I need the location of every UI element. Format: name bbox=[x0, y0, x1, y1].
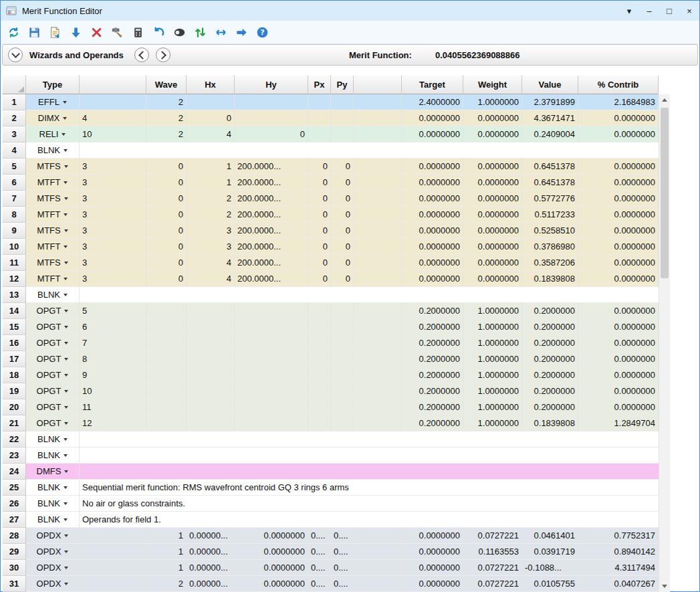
cell[interactable]: 3 bbox=[80, 239, 146, 255]
maximize-button[interactable]: □ bbox=[659, 1, 679, 21]
cell[interactable]: 0.0727221 bbox=[463, 576, 522, 592]
cell[interactable]: 0 bbox=[187, 110, 235, 126]
column-header-blank-1[interactable] bbox=[80, 76, 146, 94]
scroll-down-button[interactable] bbox=[659, 581, 670, 592]
cell[interactable] bbox=[146, 319, 187, 335]
row-number[interactable]: 10 bbox=[3, 239, 26, 255]
cell[interactable]: 0.2000000 bbox=[402, 335, 463, 351]
cell[interactable] bbox=[354, 383, 402, 399]
cell[interactable]: 2.4000000 bbox=[402, 94, 463, 110]
operand-type-dropdown[interactable]: BLNK bbox=[26, 287, 80, 303]
cell[interactable]: 0.2000000 bbox=[402, 303, 463, 319]
cell[interactable]: 0 bbox=[146, 207, 187, 223]
cell[interactable]: 12 bbox=[80, 415, 146, 431]
cell[interactable]: 2 bbox=[146, 126, 187, 142]
cell[interactable]: 0.3587206 bbox=[522, 255, 578, 271]
cell[interactable]: 0.0391719 bbox=[522, 544, 578, 560]
comment-cell[interactable] bbox=[80, 448, 659, 464]
cell[interactable] bbox=[331, 415, 354, 431]
row-number[interactable]: 24 bbox=[3, 464, 26, 480]
cell[interactable]: 3 bbox=[80, 191, 146, 207]
cell[interactable]: 0.2000000 bbox=[522, 351, 578, 367]
cell[interactable]: 2.1684983 bbox=[578, 94, 659, 110]
cell[interactable]: 0 bbox=[331, 271, 354, 287]
cell[interactable]: 0.0000000 bbox=[402, 528, 463, 544]
cell[interactable] bbox=[354, 415, 402, 431]
cell[interactable] bbox=[354, 126, 402, 142]
cell[interactable]: 0 bbox=[331, 223, 354, 239]
cell[interactable]: 0.0407267 bbox=[578, 576, 659, 592]
cell[interactable]: 0 bbox=[146, 255, 187, 271]
cell[interactable] bbox=[331, 351, 354, 367]
cell[interactable]: 0.0000000 bbox=[402, 255, 463, 271]
cell[interactable]: 0.2000000 bbox=[402, 415, 463, 431]
close-button[interactable]: × bbox=[679, 1, 699, 21]
cell[interactable]: 0.2000000 bbox=[522, 303, 578, 319]
next-button[interactable] bbox=[156, 47, 170, 62]
operand-type-dropdown[interactable]: MTFS bbox=[26, 191, 80, 207]
cell[interactable] bbox=[80, 576, 146, 592]
row-number[interactable]: 27 bbox=[3, 512, 26, 528]
cell[interactable]: 0.0000000 bbox=[402, 223, 463, 239]
row-number[interactable]: 7 bbox=[3, 191, 26, 207]
cell[interactable]: 0.0000000 bbox=[578, 159, 659, 175]
cell[interactable]: 1.0000000 bbox=[463, 335, 522, 351]
cell[interactable]: 0 bbox=[146, 239, 187, 255]
column-header-py[interactable]: Py bbox=[331, 76, 354, 94]
cell[interactable]: 0 bbox=[331, 255, 354, 271]
cell[interactable]: 200.0000... bbox=[235, 255, 308, 271]
cell[interactable]: 1 bbox=[146, 560, 187, 576]
row-number[interactable]: 23 bbox=[3, 448, 26, 464]
cell[interactable] bbox=[354, 207, 402, 223]
scroll-up-button[interactable] bbox=[659, 94, 670, 106]
cell[interactable]: 0 bbox=[308, 175, 331, 191]
cell[interactable] bbox=[308, 399, 331, 415]
cell[interactable]: 1.0000000 bbox=[463, 303, 522, 319]
column-header-hx[interactable]: Hx bbox=[187, 76, 235, 94]
cell[interactable]: 0 bbox=[308, 255, 331, 271]
cell[interactable]: 3 bbox=[80, 175, 146, 191]
cell[interactable] bbox=[331, 126, 354, 142]
wizard-button[interactable] bbox=[108, 23, 126, 41]
comment-cell[interactable] bbox=[80, 287, 659, 303]
cell[interactable] bbox=[354, 191, 402, 207]
cell[interactable]: 1.0000000 bbox=[463, 383, 522, 399]
row-number[interactable]: 8 bbox=[3, 207, 26, 223]
cell[interactable]: 0.0000000 bbox=[402, 159, 463, 175]
row-number[interactable]: 28 bbox=[3, 528, 26, 544]
column-header-blank-7[interactable] bbox=[354, 76, 402, 94]
cell[interactable]: 0.0000000 bbox=[578, 255, 659, 271]
cell[interactable] bbox=[308, 303, 331, 319]
comment-cell[interactable]: Sequential merit function: RMS wavefront… bbox=[80, 480, 659, 496]
cell[interactable] bbox=[187, 335, 235, 351]
row-number[interactable]: 13 bbox=[3, 287, 26, 303]
row-number[interactable]: 29 bbox=[3, 544, 26, 560]
cell[interactable] bbox=[354, 271, 402, 287]
cell[interactable]: 2 bbox=[146, 94, 187, 110]
cell[interactable] bbox=[235, 110, 308, 126]
comment-cell[interactable] bbox=[80, 142, 659, 159]
cell[interactable] bbox=[187, 383, 235, 399]
cell[interactable]: 0.2000000 bbox=[522, 335, 578, 351]
operand-type-dropdown[interactable]: BLNK bbox=[26, 431, 80, 448]
cell[interactable] bbox=[308, 110, 331, 126]
cell[interactable] bbox=[146, 399, 187, 415]
comment-cell[interactable] bbox=[80, 431, 659, 448]
cell[interactable]: 0.2000000 bbox=[402, 367, 463, 383]
cell[interactable]: 200.0000... bbox=[235, 271, 308, 287]
cell[interactable]: 0.... bbox=[308, 576, 331, 592]
cell[interactable]: 0.00000... bbox=[187, 560, 235, 576]
cell[interactable]: 0 bbox=[308, 207, 331, 223]
cell[interactable]: 4 bbox=[187, 126, 235, 142]
cell[interactable]: 0 bbox=[146, 191, 187, 207]
cell[interactable] bbox=[235, 367, 308, 383]
cell[interactable]: 0.... bbox=[331, 560, 354, 576]
go-button[interactable] bbox=[233, 23, 251, 41]
cell[interactable]: 3 bbox=[187, 223, 235, 239]
cell[interactable]: 0.0000000 bbox=[578, 126, 659, 142]
expand-wizards-button[interactable] bbox=[8, 47, 23, 62]
cell[interactable]: 0.0000000 bbox=[578, 335, 659, 351]
cell[interactable]: 10 bbox=[80, 126, 146, 142]
comment-cell[interactable]: No air or glass constraints. bbox=[80, 496, 659, 512]
cell[interactable] bbox=[235, 399, 308, 415]
